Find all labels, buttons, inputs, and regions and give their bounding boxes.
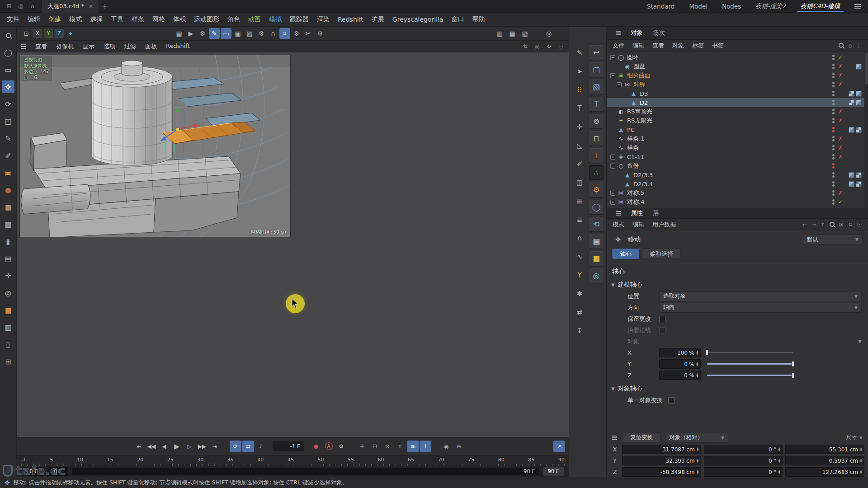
attr-menu-模式[interactable]: 模式 <box>609 221 628 229</box>
range-end-field[interactable]: 90 F <box>543 467 564 476</box>
visibility-dot[interactable] <box>832 103 835 105</box>
forward-icon[interactable]: → <box>811 221 816 228</box>
snap-grid-icon[interactable]: ⌗ <box>279 28 290 39</box>
Y-slider[interactable] <box>707 363 793 365</box>
stepper-arrows[interactable]: ▲▼ <box>860 447 862 452</box>
slider-handle[interactable] <box>706 350 708 356</box>
disabled-cross-icon[interactable]: ✗ <box>837 154 844 160</box>
brush-icon[interactable]: ✐ <box>574 158 585 170</box>
menu-创建[interactable]: 创建 <box>44 15 65 23</box>
collapse-icon[interactable]: − <box>610 164 615 169</box>
stepper-arrows[interactable]: ▲▼ <box>778 447 780 452</box>
visibility-dot[interactable] <box>832 121 835 123</box>
stepper-arrows[interactable]: ▲▼ <box>860 470 862 474</box>
slider-handle[interactable] <box>792 372 794 378</box>
ring-purple-icon[interactable]: ◯ <box>589 200 604 214</box>
单一对象变换-checkbox[interactable] <box>668 397 675 404</box>
Y-coord-field-1[interactable]: 0 °▲▼ <box>704 456 783 465</box>
layout-window-icon[interactable]: ⊡ <box>21 28 32 39</box>
menu-帮助[interactable]: 帮助 <box>468 15 489 23</box>
visibility-dot[interactable] <box>832 55 835 57</box>
home-icon[interactable]: ⌂ <box>27 1 38 11</box>
spline-pen-icon[interactable]: ∿ <box>574 251 585 263</box>
Z-coord-field-1[interactable]: 0 °▲▼ <box>704 467 783 477</box>
visibility-dots[interactable] <box>832 172 835 178</box>
attr-menu-用户数据[interactable]: 用户数据 <box>648 221 680 229</box>
magnet2-icon[interactable]: ∩ <box>574 232 585 244</box>
Z-coord-field-2[interactable]: 127.2683 cm▲▼ <box>785 467 864 477</box>
text-blue-icon[interactable]: T <box>589 97 604 111</box>
tree-row-D2[interactable]: ▲D2· <box>607 98 868 107</box>
preset-dropdown[interactable]: 默认 ▼ <box>803 235 863 244</box>
visibility-dot[interactable] <box>832 154 835 156</box>
viewport-menu-burger[interactable] <box>17 46 31 47</box>
visibility-dot[interactable] <box>832 181 835 183</box>
disabled-cross-icon[interactable]: ✗ <box>837 136 844 142</box>
viewport-menu-摄像机[interactable]: 摄像机 <box>52 42 78 51</box>
visibility-dot[interactable] <box>832 118 835 120</box>
next-key-button[interactable]: ▶▶ <box>196 441 208 452</box>
phong-tag-icon[interactable] <box>856 91 862 97</box>
visibility-dots[interactable] <box>832 181 835 187</box>
Y-value-field[interactable]: 0 %▲▼ <box>659 359 701 369</box>
prev-frame-button[interactable]: ◀ <box>158 441 170 452</box>
state-slot[interactable]: · <box>837 163 844 169</box>
knife-settings-icon[interactable]: ⚙ <box>315 28 326 39</box>
tree-scrollbar[interactable] <box>864 52 868 208</box>
range-loop-button[interactable]: ⇄ <box>242 441 254 452</box>
Y-coord-field-0[interactable]: -32.393 cm▲▼ <box>622 456 701 465</box>
texture-mode-icon[interactable]: ▨ <box>244 28 255 39</box>
film-frame-icon[interactable]: ▥ <box>494 28 505 39</box>
stepper-arrows[interactable]: ▲▼ <box>778 459 780 463</box>
render-view[interactable]: 透视视图默认摄像机多边形: 47点: 6 网格间距 : 50 cm <box>19 55 291 237</box>
up-icon[interactable]: ↑ <box>821 221 825 228</box>
visibility-dot[interactable] <box>832 163 835 165</box>
render-picture-viewer-icon[interactable]: ▶ <box>185 28 196 39</box>
add-point-icon[interactable]: ✛ <box>574 121 585 133</box>
make-editable-icon[interactable]: ✎ <box>209 28 220 39</box>
attr-menu-编辑[interactable]: 编辑 <box>628 221 648 229</box>
disabled-cross-icon[interactable]: ✗ <box>837 63 844 70</box>
Z-value-field[interactable]: 0 %▲▼ <box>659 371 701 380</box>
tree-row-D2/3.3[interactable]: ▲D2/3.3· <box>607 170 868 179</box>
visibility-dot[interactable] <box>832 58 835 60</box>
range-start-field[interactable]: 0 F <box>23 467 44 476</box>
viewport-menu-选项[interactable]: 选项 <box>99 42 120 51</box>
方向-dropdown[interactable]: 轴向▼ <box>659 303 862 313</box>
tree-row-D2/3.4[interactable]: ▲D2/3.4· <box>607 179 868 188</box>
cube-brown-icon[interactable]: ■ <box>2 201 14 213</box>
render-settings-icon[interactable]: ⚙ <box>197 28 208 39</box>
X-slider[interactable] <box>707 352 793 353</box>
checker-tag-icon[interactable] <box>856 127 862 133</box>
menu-模式[interactable]: 模式 <box>65 15 86 23</box>
search-icon[interactable] <box>839 43 844 48</box>
current-frame-field[interactable]: -1 F <box>273 441 304 451</box>
menu-窗口[interactable]: 窗口 <box>448 15 468 23</box>
next-frame-button[interactable]: ▷ <box>184 441 195 452</box>
text-tool-icon[interactable]: T <box>574 103 585 114</box>
snap-key-icon[interactable]: ⌇ <box>420 441 431 452</box>
rotate-tool-icon[interactable]: ⟳ <box>2 98 14 110</box>
visibility-dot[interactable] <box>832 73 835 75</box>
menu-工具[interactable]: 工具 <box>107 15 127 23</box>
scrollbar-thumb[interactable] <box>865 53 868 84</box>
visibility-dot[interactable] <box>832 166 835 169</box>
collapse-icon[interactable]: − <box>617 82 622 87</box>
cube-yellow-icon[interactable]: ■ <box>589 251 604 266</box>
layout-tab-夜猫C4D-建模[interactable]: 夜猫C4D-建模 <box>793 0 847 12</box>
menu-跟踪器[interactable]: 跟踪器 <box>286 15 313 23</box>
visibility-dot[interactable] <box>832 172 835 174</box>
visibility-dot[interactable] <box>832 94 835 96</box>
state-slot[interactable]: · <box>837 172 844 178</box>
visibility-dots[interactable] <box>832 73 835 78</box>
menu-模拟[interactable]: 模拟 <box>265 15 286 23</box>
柔和选择-button[interactable]: 柔和选择 <box>642 249 681 259</box>
knife-icon[interactable]: ✂ <box>303 28 314 39</box>
coordinate-mode-dropdown[interactable]: 对象（相对） ▼ <box>665 433 728 443</box>
stepper-arrows[interactable]: ▲▼ <box>697 470 699 474</box>
plane-tool-icon[interactable]: ▤ <box>2 252 14 265</box>
bench-icon[interactable]: ⊓ <box>589 131 604 145</box>
swap-arrows-icon[interactable]: ⇄ <box>574 306 585 318</box>
dots-grid-icon[interactable]: ⠿ <box>574 84 585 96</box>
uv-grid-icon[interactable]: ▦ <box>589 234 604 249</box>
